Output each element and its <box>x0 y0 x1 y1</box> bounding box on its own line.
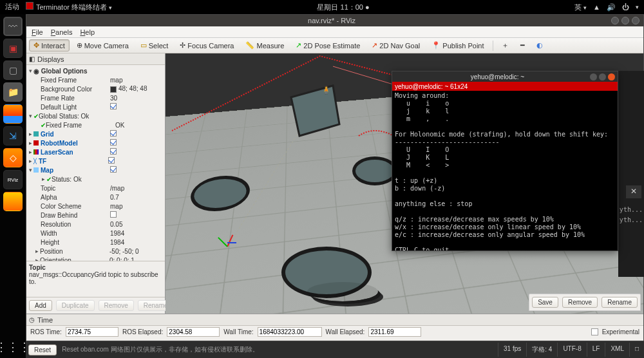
displays-panel: Displays ▾◉ Global Options Fixed Framema… <box>26 53 166 314</box>
dock-app-terminator[interactable]: ▣ <box>3 39 23 58</box>
watermark-text: Reset oban.com 网络图片仅供展示，非存储，如有侵权请联系删除。 <box>57 345 498 354</box>
robotmodel-checkbox[interactable] <box>110 139 117 146</box>
dock-app-vscode[interactable]: ⇲ <box>3 126 23 146</box>
tool-remove[interactable]: ━ <box>516 39 529 52</box>
status-cell-eol[interactable]: LF <box>587 343 605 357</box>
status-cell-feedback[interactable]: □ <box>629 343 644 357</box>
grid-checkbox[interactable] <box>110 130 117 137</box>
status-cell-encoding[interactable]: UTF-8 <box>557 343 586 357</box>
menu-help[interactable]: Help <box>80 28 95 36</box>
tool-2d-pose[interactable]: ↗2D Pose Estimate <box>291 39 365 52</box>
dock-app-monitor[interactable]: 〰 <box>3 17 23 36</box>
activities-button[interactable]: 活动 <box>5 2 19 12</box>
dock-app-firefox[interactable] <box>3 104 23 124</box>
window-close[interactable] <box>632 17 639 24</box>
views-buttons: Save Remove Rename <box>529 294 641 311</box>
tool-2d-goal[interactable]: ↗2D Nav Goal <box>367 39 424 52</box>
rviz-toolbar: ✥Interact ⊕Move Camera ▭Select ✢Focus Ca… <box>26 38 643 53</box>
tool-misc[interactable]: ◐ <box>532 39 547 52</box>
panel-close-icon[interactable]: ✕ <box>626 185 641 198</box>
dock-app-box[interactable]: ◇ <box>3 148 23 167</box>
status-cell-spaces[interactable]: 字格: 4 <box>526 343 557 357</box>
rviz-menubar: File Panels Help <box>26 26 643 38</box>
menu-panels[interactable]: Panels <box>51 28 73 36</box>
duplicate-button: Duplicate <box>56 300 95 311</box>
menu-file[interactable]: File <box>32 28 43 36</box>
property-description: Topic nav_msgs::OccupancyGrid topic to s… <box>26 261 165 297</box>
window-minimize[interactable] <box>611 17 619 24</box>
tool-select[interactable]: ▭Select <box>136 39 173 52</box>
add-button[interactable]: Add <box>29 300 52 311</box>
power-icon[interactable]: ⏻ <box>622 3 629 11</box>
reset-button[interactable]: Reset <box>28 344 57 355</box>
fps-readout: 31 fps <box>498 343 526 357</box>
term-minimize[interactable] <box>590 73 597 80</box>
displays-panel-title[interactable]: Displays <box>26 53 165 65</box>
experimental-checkbox[interactable] <box>591 328 598 335</box>
dock-app-terminal[interactable]: ▢ <box>3 61 23 80</box>
network-icon[interactable]: ▲ <box>593 3 600 11</box>
terminal-tab-label[interactable]: yehuo@melodic: ~ 61x24 <box>392 82 618 91</box>
laserscan-checkbox[interactable] <box>110 148 117 155</box>
sound-icon[interactable]: 🔊 <box>607 3 616 12</box>
ime-indicator[interactable]: 英 ▾ <box>574 3 587 12</box>
terminator-window[interactable]: yehuo@melodic: ~ yehuo@melodic: ~ 61x24 … <box>392 71 618 251</box>
terminal-content[interactable]: Moving around: u i o j k l m , . For Hol… <box>392 91 618 250</box>
remove-view-button[interactable]: Remove <box>562 297 598 308</box>
system-menu-caret[interactable]: ▾ <box>636 4 639 10</box>
time-panel-title[interactable]: Time <box>26 314 643 326</box>
rviz-titlebar[interactable]: nav.rviz* - RViz <box>26 15 643 26</box>
bottom-status-bar: Reset Reset oban.com 网络图片仅供展示，非存储，如有侵权请联… <box>26 341 644 358</box>
tf-checkbox[interactable] <box>108 157 115 164</box>
dock-app-rviz[interactable]: RViz <box>3 170 23 189</box>
drawbehind-checkbox[interactable] <box>110 211 117 218</box>
ubuntu-dock: 〰 ▣ ▢ 📁 ⇲ ◇ RViz ⋮⋮⋮ <box>0 14 26 358</box>
save-view-button[interactable]: Save <box>532 297 558 308</box>
gnome-top-panel: 活动 Terminator 终端终结者 ▾ 星期日 11：00 ● 英 ▾ ▲ … <box>0 0 644 14</box>
term-maximize[interactable] <box>599 73 606 80</box>
rename-view-button[interactable]: Rename <box>601 297 638 308</box>
tool-publish-point[interactable]: 📍Publish Point <box>427 39 488 52</box>
bgcolor-swatch <box>110 86 117 93</box>
remove-display-button: Remove <box>99 300 134 311</box>
default-light-checkbox[interactable] <box>110 103 117 109</box>
term-close[interactable] <box>608 73 615 80</box>
wall-time-field[interactable] <box>258 327 322 337</box>
displays-tree[interactable]: ▾◉ Global Options Fixed Framemap Backgro… <box>26 65 165 261</box>
ros-time-field[interactable] <box>66 327 118 337</box>
terminal-titlebar[interactable]: yehuo@melodic: ~ <box>392 71 618 82</box>
window-maximize[interactable] <box>621 17 629 24</box>
time-panel: Time ROS Time: ROS Elapsed: Wall Time: W… <box>26 314 643 341</box>
tool-interact[interactable]: ✥Interact <box>29 39 70 52</box>
tool-focus-camera[interactable]: ✢Focus Camera <box>175 39 238 52</box>
tool-add[interactable]: ＋ <box>497 39 513 52</box>
clock[interactable]: 星期日 11：00 ● <box>112 3 574 12</box>
dock-app-other[interactable] <box>3 192 23 211</box>
app-menu[interactable]: Terminator 终端终结者 ▾ <box>26 2 112 12</box>
tool-move-camera[interactable]: ⊕Move Camera <box>72 39 133 52</box>
editor-panel-peek: ✕ ...yth... ...yth... <box>618 71 644 277</box>
map-checkbox[interactable] <box>110 166 117 173</box>
wall-elapsed-field[interactable] <box>368 327 421 337</box>
dock-app-files[interactable]: 📁 <box>3 82 23 102</box>
ros-elapsed-field[interactable] <box>167 327 220 337</box>
terminator-icon <box>26 2 33 10</box>
status-cell-lang[interactable]: XML <box>605 343 629 357</box>
tool-measure[interactable]: 📏Measure <box>241 39 289 52</box>
